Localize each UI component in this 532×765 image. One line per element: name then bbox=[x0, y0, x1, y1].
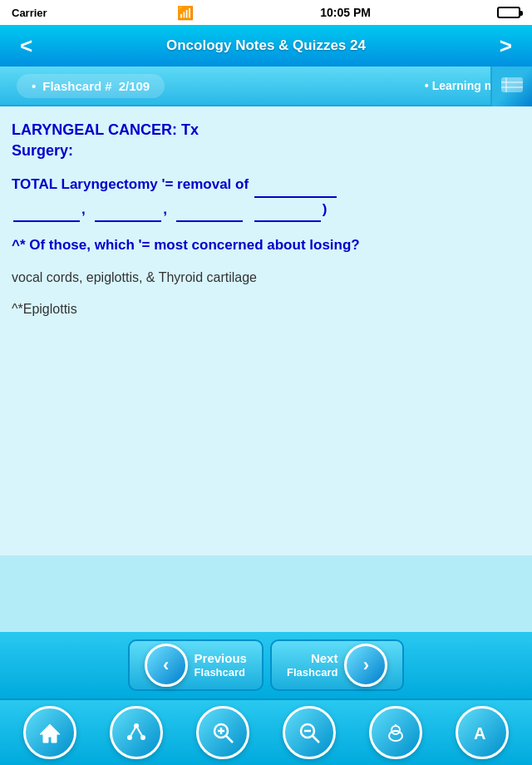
battery-icon bbox=[497, 7, 520, 18]
search-button[interactable] bbox=[369, 706, 422, 759]
flashcard-label: Flashcard # bbox=[42, 79, 111, 93]
card-body: TOTAL Laryngectomy '= removal of , , ) bbox=[12, 173, 520, 221]
card-title-line1: LARYNGEAL CANCER: Tx bbox=[12, 121, 199, 138]
carrier-label: Carrier bbox=[12, 7, 47, 19]
flashcard-bar: • Flashcard # 2/109 • Learning mode bbox=[0, 67, 532, 106]
card-body-text1: TOTAL Laryngectomy '= removal of bbox=[12, 176, 249, 192]
blank4 bbox=[176, 198, 243, 222]
svg-line-8 bbox=[130, 726, 136, 738]
header-title: Oncology Notes & Quizzes 24 bbox=[166, 37, 366, 54]
corner-image bbox=[490, 67, 532, 106]
svg-line-15 bbox=[313, 736, 319, 743]
text-size-button[interactable]: A bbox=[456, 706, 509, 759]
home-button[interactable] bbox=[23, 706, 76, 759]
svg-rect-0 bbox=[501, 77, 523, 92]
back-button[interactable]: < bbox=[13, 30, 39, 62]
zoom-out-button[interactable] bbox=[283, 706, 336, 759]
flashcard-info: • Flashcard # 2/109 bbox=[17, 74, 165, 98]
share-button[interactable] bbox=[110, 706, 163, 759]
header: < Oncology Notes & Quizzes 24 > bbox=[0, 25, 532, 67]
prev-label: Previous Flashcard bbox=[195, 651, 247, 679]
svg-line-9 bbox=[136, 726, 143, 738]
svg-marker-4 bbox=[40, 724, 60, 743]
blank1 bbox=[254, 173, 337, 197]
prev-flashcard-button[interactable]: ‹ Previous Flashcard bbox=[128, 639, 264, 691]
next-arrow-icon: › bbox=[344, 644, 387, 687]
zoom-in-button[interactable] bbox=[196, 706, 249, 759]
status-bar: Carrier ︎ 📶 10:05 PM bbox=[0, 0, 532, 25]
svg-line-11 bbox=[226, 736, 233, 743]
svg-point-17 bbox=[389, 731, 402, 741]
battery-area bbox=[497, 7, 520, 18]
card-answer1: vocal cords, epiglottis, & Thyroid carti… bbox=[12, 268, 520, 288]
main-content: LARYNGEAL CANCER: Tx Surgery: TOTAL Lary… bbox=[0, 106, 532, 555]
blank2 bbox=[13, 198, 80, 222]
blank3 bbox=[95, 198, 161, 222]
icon-bar: A bbox=[0, 698, 532, 765]
card-title-line2: Surgery: bbox=[12, 142, 73, 159]
card-question: ^* Of those, which '= most concerned abo… bbox=[12, 234, 520, 256]
prev-arrow-icon: ‹ bbox=[145, 644, 188, 687]
next-label: Next Flashcard bbox=[287, 651, 337, 679]
wifi-icon: ︎ 📶 bbox=[174, 5, 194, 21]
bottom-nav: ‹ Previous Flashcard Next Flashcard › bbox=[0, 632, 532, 698]
blank5 bbox=[254, 198, 321, 222]
svg-text:A: A bbox=[474, 724, 485, 743]
forward-button[interactable]: > bbox=[493, 30, 519, 62]
card-title: LARYNGEAL CANCER: Tx Surgery: bbox=[12, 120, 520, 161]
flashcard-number: 2/109 bbox=[119, 79, 150, 93]
card-answer2: ^*Epiglottis bbox=[12, 299, 520, 319]
time-label: 10:05 PM bbox=[320, 6, 371, 19]
flashcard-dot: • bbox=[32, 79, 36, 93]
next-flashcard-button[interactable]: Next Flashcard › bbox=[270, 639, 404, 691]
